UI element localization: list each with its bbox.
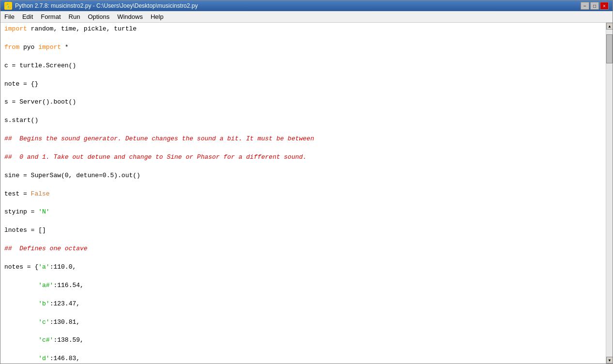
code-line-6: s.start() (4, 116, 602, 125)
code-line-16: 'b':123.47, (4, 300, 602, 309)
main-window: 🐍 Python 2.7.8: musicinstro2.py - C:\Use… (0, 0, 613, 364)
scroll-track[interactable] (606, 30, 613, 357)
menu-help[interactable]: Help (147, 12, 168, 21)
code-line-15: 'a#':116.54, (4, 281, 602, 290)
close-button[interactable]: × (600, 2, 609, 10)
code-line-10: test = False (4, 190, 602, 199)
code-line-2: from pyo import * (4, 43, 602, 52)
code-line-5: s = Server().boot() (4, 98, 602, 107)
menu-run[interactable]: Run (65, 12, 84, 21)
code-line-7: ## Begins the sound generator. Detune ch… (4, 135, 602, 144)
title-bar-text: 🐍 Python 2.7.8: musicinstro2.py - C:\Use… (4, 2, 198, 10)
scroll-up-button[interactable]: ▲ (606, 23, 613, 30)
menu-edit[interactable]: Edit (18, 12, 37, 21)
code-line-17: 'c':130.81, (4, 318, 602, 327)
code-line-8: ## 0 and 1. Take out detune and change t… (4, 153, 602, 162)
code-line-19: 'd':146.83, (4, 354, 602, 364)
menu-options[interactable]: Options (84, 12, 113, 21)
menu-bar: File Edit Format Run Options Windows Hel… (0, 11, 613, 23)
scroll-down-button[interactable]: ▼ (606, 357, 613, 364)
code-line-3: c = turtle.Screen() (4, 61, 602, 71)
minimize-button[interactable]: − (581, 2, 589, 10)
menu-windows[interactable]: Windows (113, 12, 147, 21)
editor-area: import random, time, pickle, turtle from… (0, 23, 613, 364)
menu-file[interactable]: File (0, 12, 18, 21)
code-line-9: sine = SuperSaw(0, detune=0.5).out() (4, 171, 602, 181)
window-title: Python 2.7.8: musicinstro2.py - C:\Users… (15, 2, 198, 9)
maximize-button[interactable]: □ (590, 2, 599, 10)
code-line-18: 'c#':138.59, (4, 336, 602, 345)
code-editor[interactable]: import random, time, pickle, turtle from… (0, 23, 606, 364)
code-line-14: notes = {'a':110.0, (4, 263, 602, 272)
vertical-scrollbar[interactable]: ▲ ▼ (606, 23, 613, 364)
code-line-13: ## Defines one octave (4, 244, 602, 254)
menu-format[interactable]: Format (37, 12, 64, 21)
title-bar: 🐍 Python 2.7.8: musicinstro2.py - C:\Use… (0, 0, 613, 11)
code-line-12: lnotes = [] (4, 226, 602, 235)
title-bar-buttons: − □ × (581, 2, 609, 10)
python-icon: 🐍 (4, 2, 12, 10)
code-line-4: note = {} (4, 80, 602, 89)
code-line-11: styinp = 'N' (4, 208, 602, 217)
scroll-thumb[interactable] (606, 34, 613, 63)
code-line-1: import random, time, pickle, turtle (4, 25, 602, 34)
